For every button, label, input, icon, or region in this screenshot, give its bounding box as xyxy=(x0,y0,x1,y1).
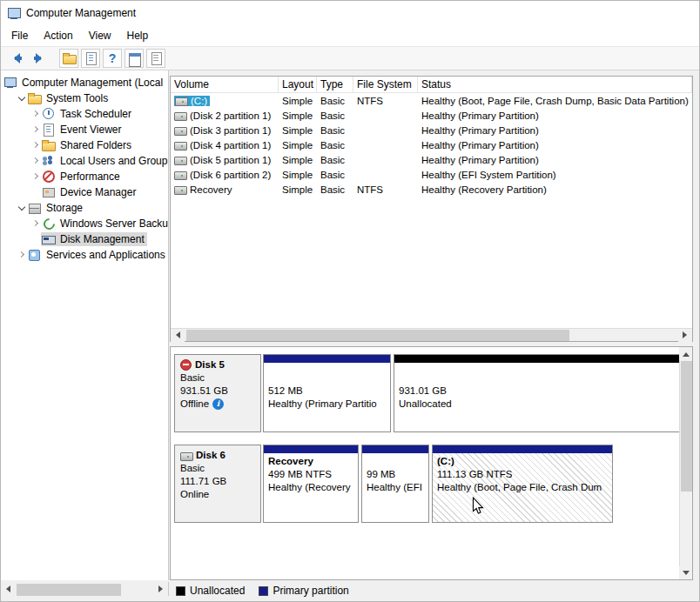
volume-row-disk6-p2[interactable]: (Disk 6 partition 2) Simple Basic Health… xyxy=(171,167,692,182)
volume-type: Basic xyxy=(317,125,353,136)
tree-item-event-viewer[interactable]: Event Viewer xyxy=(1,122,168,137)
chevron-down-icon[interactable] xyxy=(17,93,27,104)
properties-button[interactable] xyxy=(146,49,165,68)
performance-icon xyxy=(42,171,55,183)
menu-file[interactable]: File xyxy=(3,26,36,45)
volume-status: Healthy (Primary Partition) xyxy=(418,110,692,121)
tree-item-label: System Tools xyxy=(44,91,111,105)
disk-state: Online xyxy=(180,488,209,501)
column-header-layout[interactable]: Layout xyxy=(279,77,317,92)
tree-horizontal-scrollbar[interactable] xyxy=(1,582,169,596)
tree-item-storage[interactable]: Storage xyxy=(1,200,168,216)
disk-name: Disk 5 xyxy=(195,358,225,371)
scroll-left-button[interactable] xyxy=(1,583,15,596)
volume-row-recovery[interactable]: Recovery Simple Basic NTFS Healthy (Reco… xyxy=(171,182,692,197)
legend-label: Unallocated xyxy=(190,585,245,597)
disk-6-info[interactable]: Disk 6 Basic 111.71 GB Online xyxy=(174,445,261,523)
scrollbar-track[interactable] xyxy=(680,360,693,566)
tree-item-task-scheduler[interactable]: Task Scheduler xyxy=(1,106,168,122)
volume-row-c[interactable]: (C:) Simple Basic NTFS Healthy (Boot, Pa… xyxy=(171,93,692,108)
computer-management-icon xyxy=(7,7,21,20)
new-window-button[interactable] xyxy=(125,49,144,68)
disk-view-vertical-scrollbar[interactable] xyxy=(679,347,692,579)
partition-size: 99 MB xyxy=(367,468,424,481)
volume-type: Basic xyxy=(317,110,353,121)
volume-row-disk3-p1[interactable]: (Disk 3 partition 1) Simple Basic Health… xyxy=(171,123,692,137)
back-button[interactable] xyxy=(5,49,26,68)
partition-size: 111.13 GB NTFS xyxy=(437,468,608,481)
volume-layout: Simple xyxy=(279,140,317,150)
legend-label: Primary partition xyxy=(273,585,348,597)
disk6-efi-partition[interactable]: 99 MB Healthy (EFI xyxy=(361,445,429,523)
volume-row-disk4-p1[interactable]: (Disk 4 partition 1) Simple Basic Health… xyxy=(171,137,692,152)
scrollbar-thumb[interactable] xyxy=(186,330,569,341)
tree-item-services-and-applications[interactable]: Services and Applications xyxy=(1,247,168,263)
chevron-right-icon[interactable] xyxy=(30,218,41,229)
scroll-right-button[interactable] xyxy=(678,329,692,342)
scroll-down-button[interactable] xyxy=(679,566,693,579)
info-icon[interactable] xyxy=(212,398,224,410)
scroll-up-button[interactable] xyxy=(679,347,693,360)
primary-partition-bar xyxy=(264,355,390,363)
system-tools-icon xyxy=(28,92,41,104)
bottom-bar: Unallocated Primary partition xyxy=(1,580,699,601)
chevron-right-icon[interactable] xyxy=(17,250,27,260)
disk-5-info[interactable]: Disk 5 Basic 931.51 GB Offline xyxy=(174,354,261,432)
scrollbar-thumb[interactable] xyxy=(681,361,692,492)
tree-item-device-manager[interactable]: Device Manager xyxy=(1,184,168,200)
column-header-type[interactable]: Type xyxy=(317,77,353,92)
drive-icon xyxy=(174,110,187,121)
column-header-file-system[interactable]: File System xyxy=(353,77,418,92)
tree-item-shared-folders[interactable]: Shared Folders xyxy=(1,137,168,153)
help-button[interactable] xyxy=(103,49,122,68)
tree-item-disk-management[interactable]: Disk Management xyxy=(1,231,168,247)
menu-help[interactable]: Help xyxy=(119,26,157,45)
volume-name: (Disk 4 partition 1) xyxy=(190,140,271,150)
chevron-right-icon[interactable] xyxy=(30,140,41,150)
volume-type: Basic xyxy=(317,155,353,165)
export-list-button[interactable] xyxy=(81,49,100,68)
tree-item-computer-management[interactable]: Computer Management (Local xyxy=(1,75,168,90)
scrollbar-track[interactable] xyxy=(185,329,678,342)
chevron-right-icon[interactable] xyxy=(30,109,41,119)
disk6-c-partition[interactable]: (C:) 111.13 GB NTFS Healthy (Boot, Page … xyxy=(432,445,613,523)
partition-status: Healthy (Primary Partitio xyxy=(268,398,386,411)
chevron-down-icon[interactable] xyxy=(17,203,27,213)
tree-item-local-users-and-groups[interactable]: Local Users and Groups xyxy=(1,153,168,169)
volume-list-horizontal-scrollbar[interactable] xyxy=(171,328,692,341)
chevron-right-icon[interactable] xyxy=(30,171,41,182)
menu-view[interactable]: View xyxy=(81,26,119,45)
scrollbar-thumb[interactable] xyxy=(17,584,121,596)
volume-layout: Simple xyxy=(279,184,317,195)
column-header-volume[interactable]: Volume xyxy=(171,77,279,92)
tree-item-windows-server-backup[interactable]: Windows Server Backup xyxy=(1,216,168,231)
show-console-tree-button[interactable] xyxy=(59,49,78,68)
disk6-recovery-partition[interactable]: Recovery 499 MB NTFS Healthy (Recovery xyxy=(263,445,359,523)
computer-icon xyxy=(3,77,17,89)
volume-name: (Disk 6 partition 2) xyxy=(190,170,271,180)
disk-6-row: Disk 6 Basic 111.71 GB Online Recovery 4… xyxy=(174,445,677,523)
tree-item-performance[interactable]: Performance xyxy=(1,169,168,184)
volume-row-disk2-p1[interactable]: (Disk 2 partition 1) Simple Basic Health… xyxy=(171,108,692,123)
disk-name: Disk 6 xyxy=(196,449,225,462)
forward-button[interactable] xyxy=(29,49,50,68)
scrollbar-track[interactable] xyxy=(15,583,154,596)
details-pane: Volume Layout Type File System Status (C… xyxy=(169,70,699,580)
partition-size: 512 MB xyxy=(268,385,386,398)
drive-icon xyxy=(174,155,187,165)
scroll-right-button[interactable] xyxy=(154,583,168,596)
primary-partition-bar xyxy=(433,445,612,453)
chevron-right-icon[interactable] xyxy=(30,124,41,135)
triangle-right-icon xyxy=(683,331,690,338)
column-header-status[interactable]: Status xyxy=(418,77,692,92)
disk-state: Offline xyxy=(180,398,209,411)
scroll-left-button[interactable] xyxy=(171,329,185,342)
menu-action[interactable]: Action xyxy=(36,26,80,45)
volume-row-disk5-p1[interactable]: (Disk 5 partition 1) Simple Basic Health… xyxy=(171,152,692,167)
unallocated-bar xyxy=(394,355,685,363)
disk5-partition-1[interactable]: 512 MB Healthy (Primary Partitio xyxy=(263,354,391,432)
tree-item-system-tools[interactable]: System Tools xyxy=(1,90,168,106)
triangle-down-icon xyxy=(683,571,690,579)
chevron-right-icon[interactable] xyxy=(30,156,41,166)
disk5-unallocated[interactable]: 931.01 GB Unallocated xyxy=(394,354,686,432)
